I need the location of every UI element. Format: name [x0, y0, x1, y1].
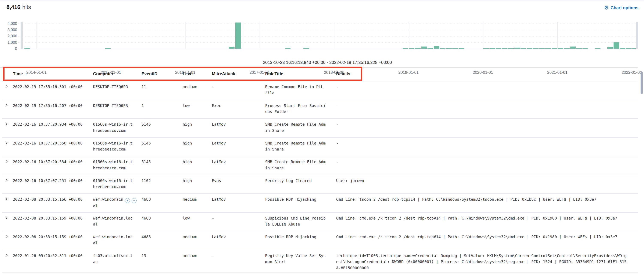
histogram-bar[interactable]	[564, 48, 570, 49]
cell-level: high	[183, 140, 192, 146]
histogram-bar[interactable]	[514, 48, 520, 49]
filter-for-value-icon[interactable]: +	[125, 198, 130, 203]
filter-out-value-icon[interactable]: −	[132, 198, 136, 203]
expand-row-button[interactable]	[4, 103, 8, 107]
histogram-bar[interactable]	[409, 48, 414, 49]
expand-row-button[interactable]	[4, 84, 8, 88]
histogram-bar[interactable]	[415, 48, 420, 49]
cell-ruletitle: Possible RDP Hijacking	[265, 234, 316, 240]
histogram-bar[interactable]	[558, 48, 564, 49]
chevron-right-icon	[4, 254, 8, 257]
histogram-bar[interactable]	[508, 48, 514, 49]
vertical-scrollbar-thumb[interactable]	[640, 72, 643, 94]
histogram-bar[interactable]	[229, 47, 234, 49]
histogram-bar[interactable]	[24, 48, 30, 49]
histogram-bar[interactable]	[421, 46, 427, 49]
histogram-bar[interactable]	[552, 48, 557, 49]
cell-computer: wef.windomain+−al	[93, 196, 136, 209]
column-header-computer[interactable]: Computer	[93, 72, 113, 76]
expand-row-button[interactable]	[4, 122, 8, 126]
histogram-bar[interactable]	[235, 22, 241, 49]
histogram-chart[interactable]: 2014-01-012015-01-012016-01-012017-01-01…	[0, 18, 644, 58]
histogram-bar[interactable]	[533, 48, 538, 49]
year-gridline	[632, 22, 632, 49]
expand-row-button[interactable]	[4, 141, 8, 145]
histogram-bar[interactable]	[402, 48, 408, 49]
cell-ruletitle: Suspicious Cmd Line_Possible LOLBIN Abus…	[265, 215, 326, 228]
cell-time: 2022-01-26 09:20:52.811 +00:00	[13, 253, 82, 259]
cell-level: high	[183, 178, 192, 184]
histogram-bar[interactable]	[576, 48, 582, 49]
histogram-bar[interactable]	[440, 48, 446, 49]
table-row: 2022-02-19 17:35:16.301 +00:00DESKTOP-TT…	[0, 81, 644, 100]
chart-options-button[interactable]: ⚙ Chart options	[604, 5, 638, 10]
cell-computer: fs03vuln.offsec.lan	[93, 253, 132, 265]
cell-eventid: 11	[142, 84, 146, 90]
histogram-bar[interactable]	[527, 48, 532, 49]
histogram-bar[interactable]	[490, 48, 495, 49]
expand-row-button[interactable]	[4, 216, 8, 220]
chevron-right-icon	[4, 178, 8, 182]
histogram-bar[interactable]	[539, 48, 545, 49]
histogram-bar[interactable]	[620, 48, 625, 49]
histogram-bar[interactable]	[520, 48, 526, 49]
histogram-bar[interactable]	[595, 48, 600, 49]
year-gridline	[558, 22, 558, 49]
cell-details: Cmd Line: cmd.exe /k tscon 2 /dest rdp-t…	[336, 215, 617, 222]
histogram-bar[interactable]	[105, 48, 110, 49]
cell-time: 2022-02-19 17:35:16.301 +00:00	[13, 84, 82, 90]
cell-computer: wef.windomain.local	[93, 215, 132, 228]
cell-mitreattack: -	[212, 253, 214, 259]
chevron-right-icon	[4, 84, 8, 88]
column-header-time[interactable]: Time↓	[13, 72, 27, 76]
histogram-bar[interactable]	[582, 48, 588, 49]
gear-icon: ⚙	[604, 5, 609, 10]
histogram-bar[interactable]	[632, 48, 636, 49]
cell-mitreattack: -	[212, 215, 214, 222]
expand-row-button[interactable]	[4, 234, 8, 238]
cell-time: 2022-02-16 10:37:20.534 +00:00	[13, 159, 82, 165]
histogram-bar[interactable]	[570, 46, 576, 49]
chevron-right-icon	[4, 141, 8, 145]
column-header-level[interactable]: Level	[183, 72, 194, 76]
cell-eventid: 5145	[142, 121, 151, 128]
histogram-bar[interactable]	[502, 48, 508, 49]
cell-level: high	[183, 159, 192, 165]
histogram-partial-bucket-bar[interactable]	[636, 22, 638, 49]
chevron-right-icon	[4, 103, 8, 107]
cell-computer: 01566s-win16-ir.threebeesco.com	[93, 178, 132, 190]
expand-row-button[interactable]	[4, 160, 8, 163]
histogram-partial-bucket-bar[interactable]	[20, 22, 23, 49]
histogram-bar[interactable]	[446, 48, 452, 49]
histogram-bar[interactable]	[483, 48, 489, 49]
cell-computer: wef.windomain.local	[93, 234, 132, 246]
expand-row-button[interactable]	[4, 254, 8, 257]
cell-eventid: 4688	[142, 215, 151, 222]
cell-computer: 01566s-win16-ir.threebeesco.com	[93, 159, 132, 171]
histogram-bar[interactable]	[626, 48, 632, 49]
cell-level: low	[183, 103, 190, 109]
histogram-bar[interactable]	[434, 46, 439, 49]
cell-mitreattack: LatMov	[212, 196, 226, 202]
histogram-bar[interactable]	[458, 48, 464, 49]
sort-descending-icon[interactable]: ↓	[25, 72, 27, 76]
histogram-bar[interactable]	[614, 42, 619, 49]
cell-mitreattack: LatMov	[212, 121, 226, 128]
histogram-bar[interactable]	[285, 48, 290, 49]
histogram-bar[interactable]	[428, 48, 433, 49]
cell-ruletitle: SMB Create Remote File Admin Share	[265, 140, 326, 152]
histogram-bar[interactable]	[452, 48, 458, 49]
column-header-details[interactable]: Details	[336, 72, 350, 76]
column-header-mitreattack[interactable]: MitreAttack	[212, 72, 235, 76]
expand-row-button[interactable]	[4, 197, 8, 201]
column-header-ruletitle[interactable]: RuleTitle	[265, 72, 283, 76]
page-top-divider	[0, 0, 644, 0]
column-header-eventid[interactable]: EventID	[142, 72, 157, 76]
cell-details: -	[336, 159, 338, 165]
y-axis-tick-label: 2,000	[4, 34, 17, 38]
expand-row-button[interactable]	[4, 178, 8, 182]
histogram-bar[interactable]	[496, 48, 501, 49]
histogram-bar[interactable]	[303, 48, 309, 49]
histogram-bar[interactable]	[607, 47, 613, 49]
histogram-bar[interactable]	[546, 48, 551, 49]
